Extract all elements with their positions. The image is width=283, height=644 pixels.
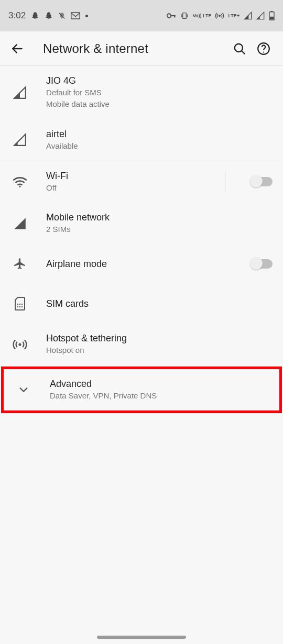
volte-label: Vo)) LTE xyxy=(193,14,212,18)
svg-rect-4 xyxy=(174,15,175,18)
svg-rect-5 xyxy=(182,13,186,19)
svg-point-2 xyxy=(167,14,171,18)
page-title: Network & internet xyxy=(43,41,227,56)
gesture-nav-pill[interactable] xyxy=(97,636,186,639)
svg-point-23 xyxy=(21,306,23,307)
signal-full-icon xyxy=(13,217,27,230)
hotspot-icon xyxy=(215,12,224,20)
sim2-item[interactable]: airtel Available xyxy=(0,119,283,161)
svg-point-21 xyxy=(17,306,18,307)
mobile-title: Mobile network xyxy=(46,212,273,223)
vibrate-icon xyxy=(180,12,189,20)
signal-icon xyxy=(13,86,27,99)
svg-point-8 xyxy=(219,15,221,17)
advanced-title: Advanced xyxy=(50,379,269,390)
hotspot-icon xyxy=(13,337,27,352)
wifi-icon xyxy=(13,176,27,187)
vpn-key-icon xyxy=(167,13,176,19)
help-button[interactable] xyxy=(252,37,276,61)
gmail-icon xyxy=(71,12,80,19)
snapchat-icon xyxy=(45,12,53,20)
help-icon xyxy=(257,42,270,55)
hotspot-status: Hotspot on xyxy=(46,345,273,356)
sim-cards-item[interactable]: SIM cards xyxy=(0,284,283,324)
status-bar: 3:02 Vo)) LTE LTE+ xyxy=(0,0,283,31)
sim1-title: JIO 4G xyxy=(46,75,273,86)
battery-icon xyxy=(269,11,275,20)
app-bar: Network & internet xyxy=(0,31,283,66)
wifi-title: Wi-Fi xyxy=(46,171,208,182)
status-time: 3:02 xyxy=(8,10,26,21)
sim2-status: Available xyxy=(46,141,273,151)
location-off-icon xyxy=(58,12,66,19)
advanced-status: Data Saver, VPN, Private DNS xyxy=(50,391,269,401)
separator xyxy=(225,171,225,193)
sim1-line2: Mobile data active xyxy=(46,99,273,109)
svg-line-14 xyxy=(242,50,245,53)
signal-icon xyxy=(244,12,252,20)
wifi-item[interactable]: Wi-Fi Off xyxy=(0,161,283,203)
airplane-item[interactable]: Airplane mode xyxy=(0,244,283,284)
sim-card-icon xyxy=(14,297,26,310)
svg-point-22 xyxy=(19,306,20,307)
dot-icon xyxy=(85,15,88,17)
simcards-title: SIM cards xyxy=(46,298,273,309)
airplane-title: Airplane mode xyxy=(46,259,228,270)
chevron-down-icon xyxy=(18,384,29,395)
sim1-item[interactable]: JIO 4G Default for SMS Mobile data activ… xyxy=(0,66,283,119)
signal-icon xyxy=(13,133,27,147)
svg-point-19 xyxy=(19,304,20,305)
sim1-line1: Default for SMS xyxy=(46,87,273,98)
signal-icon xyxy=(256,12,265,20)
hotspot-item[interactable]: Hotspot & tethering Hotspot on xyxy=(0,324,283,365)
back-button[interactable] xyxy=(10,42,24,55)
svg-rect-11 xyxy=(270,17,274,19)
mobile-status: 2 SIMs xyxy=(46,224,273,235)
search-icon xyxy=(233,42,246,55)
wifi-status: Off xyxy=(46,183,208,193)
snapchat-icon xyxy=(31,12,39,20)
advanced-item[interactable]: Advanced Data Saver, VPN, Private DNS xyxy=(1,367,282,413)
svg-point-18 xyxy=(17,304,18,305)
sim2-title: airtel xyxy=(46,129,273,140)
svg-point-16 xyxy=(263,51,264,52)
lte-label: LTE+ xyxy=(228,14,240,18)
svg-point-24 xyxy=(18,343,21,346)
airplane-toggle[interactable] xyxy=(245,259,273,269)
wifi-toggle[interactable] xyxy=(245,177,273,186)
hotspot-title: Hotspot & tethering xyxy=(46,333,273,344)
svg-rect-1 xyxy=(71,13,80,19)
search-button[interactable] xyxy=(227,37,252,61)
mobile-network-item[interactable]: Mobile network 2 SIMs xyxy=(0,203,283,244)
svg-point-20 xyxy=(21,304,23,305)
svg-point-17 xyxy=(19,186,20,187)
airplane-icon xyxy=(13,257,27,271)
arrow-back-icon xyxy=(10,42,24,55)
